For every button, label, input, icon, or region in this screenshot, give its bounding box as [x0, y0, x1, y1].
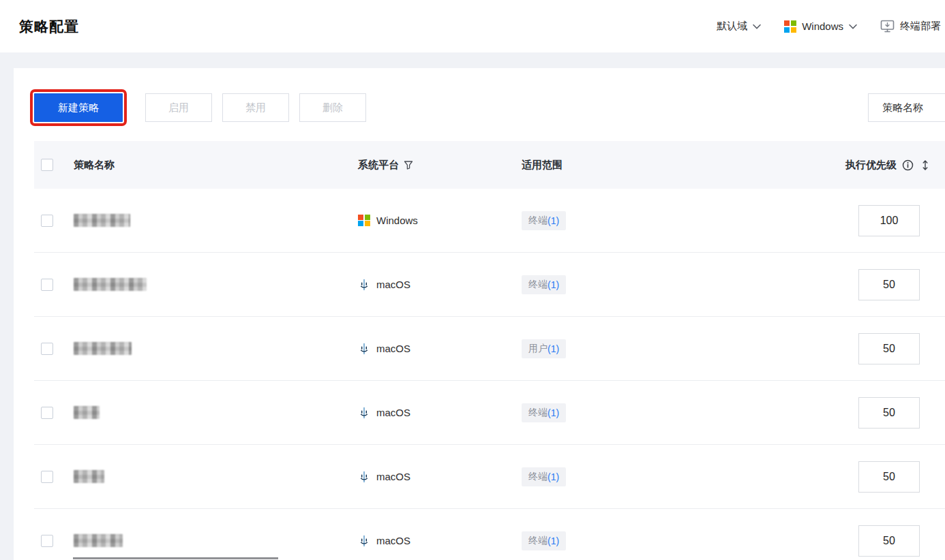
macos-icon	[358, 407, 370, 419]
macos-icon	[358, 535, 370, 547]
platform-name: macOS	[376, 407, 410, 418]
row-checkbox[interactable]	[41, 471, 53, 483]
column-header-priority-label: 执行优先级	[845, 159, 897, 172]
bottom-cutoff-bar	[73, 557, 278, 559]
platform-cell: macOS	[358, 535, 522, 547]
scope-count-link: (1)	[548, 279, 559, 290]
enable-button[interactable]: 启用	[145, 93, 212, 122]
priority-input[interactable]: 50	[858, 525, 920, 557]
platform-cell: macOS	[358, 471, 522, 483]
new-policy-button[interactable]: 新建策略	[34, 93, 123, 122]
macos-icon	[358, 343, 370, 355]
row-checkbox[interactable]	[41, 407, 53, 419]
scope-badge[interactable]: 用户(1)	[522, 339, 566, 358]
topbar-right: 默认域 Windows 终端部署	[717, 20, 941, 33]
disable-button[interactable]: 禁用	[222, 93, 289, 122]
toolbar: 新建策略 启用 禁用 删除	[34, 93, 366, 122]
filter-icon[interactable]	[404, 160, 413, 170]
redacted-policy-name	[74, 342, 132, 355]
platform-name: macOS	[376, 471, 410, 482]
content-card: 新建策略 启用 禁用 删除 策略名称 策略名称 系统平台 适用范围 执行优先级	[14, 68, 945, 560]
platform-name: Windows	[376, 215, 418, 226]
table-row: Windows 终端(1) 100	[34, 189, 945, 253]
policy-name-filter-label: 策略名称	[882, 102, 923, 114]
scope-type: 终端	[528, 471, 548, 483]
platform-selector[interactable]: Windows	[784, 20, 857, 33]
priority-input[interactable]: 50	[858, 333, 920, 364]
windows-logo-icon	[784, 20, 796, 33]
delete-button[interactable]: 删除	[299, 93, 366, 122]
scope-type: 终端	[528, 279, 548, 291]
platform-cell: Windows	[358, 215, 522, 227]
table-row: macOS 终端(1) 50	[34, 253, 945, 317]
scope-count-link: (1)	[548, 535, 559, 546]
column-header-platform: 系统平台	[358, 159, 522, 172]
info-icon[interactable]	[902, 159, 914, 171]
row-checkbox[interactable]	[41, 535, 53, 547]
column-header-name: 策略名称	[74, 159, 358, 172]
redacted-policy-name	[74, 278, 147, 291]
table-row: macOS 终端(1) 50	[34, 509, 945, 560]
platform-cell: macOS	[358, 343, 522, 355]
redacted-policy-name	[74, 470, 104, 483]
priority-input[interactable]: 50	[858, 461, 920, 493]
redacted-policy-name	[74, 406, 100, 419]
scope-count-link: (1)	[548, 407, 559, 418]
scope-badge[interactable]: 终端(1)	[522, 211, 566, 230]
table-body: Windows 终端(1) 100	[34, 189, 945, 560]
domain-selector[interactable]: 默认域	[717, 20, 761, 33]
windows-icon	[358, 215, 370, 227]
platform-label: Windows	[802, 20, 843, 32]
topbar: 策略配置 默认域 Windows 终端部署	[0, 0, 945, 52]
policy-table: 策略名称 系统平台 适用范围 执行优先级	[34, 141, 945, 560]
scope-type: 终端	[528, 215, 548, 227]
scope-badge[interactable]: 终端(1)	[522, 403, 566, 422]
platform-name: macOS	[376, 535, 410, 546]
platform-cell: macOS	[358, 407, 522, 419]
sort-icon[interactable]	[922, 159, 929, 171]
redacted-policy-name	[74, 534, 123, 547]
scope-count-link: (1)	[548, 215, 559, 226]
row-checkbox[interactable]	[41, 343, 53, 355]
row-checkbox[interactable]	[41, 215, 53, 227]
platform-cell: macOS	[358, 279, 522, 291]
scope-type: 终端	[528, 535, 548, 547]
select-all-checkbox[interactable]	[41, 159, 53, 171]
priority-input[interactable]: 50	[858, 397, 920, 429]
priority-input[interactable]: 100	[858, 205, 920, 236]
table-row: macOS 终端(1) 50	[34, 445, 945, 509]
column-header-priority: 执行优先级	[845, 159, 945, 172]
scope-type: 用户	[528, 343, 548, 355]
terminal-deploy-button[interactable]: 终端部署	[880, 20, 941, 33]
macos-icon	[358, 279, 370, 291]
row-checkbox[interactable]	[41, 279, 53, 291]
platform-name: macOS	[376, 279, 410, 290]
priority-input[interactable]: 50	[858, 269, 920, 300]
table-header-row: 策略名称 系统平台 适用范围 执行优先级	[34, 141, 945, 189]
column-header-scope: 适用范围	[522, 159, 825, 172]
scope-badge[interactable]: 终端(1)	[522, 275, 566, 294]
page-title: 策略配置	[19, 17, 79, 36]
column-header-platform-label: 系统平台	[358, 159, 399, 172]
scope-badge[interactable]: 终端(1)	[522, 531, 566, 550]
monitor-download-icon	[880, 20, 895, 33]
redacted-policy-name	[74, 214, 130, 227]
chevron-down-icon	[849, 24, 857, 29]
table-row: macOS 终端(1) 50	[34, 381, 945, 445]
scope-count-link: (1)	[548, 471, 559, 482]
scope-badge[interactable]: 终端(1)	[522, 467, 566, 486]
scope-count-link: (1)	[548, 343, 559, 354]
macos-icon	[358, 471, 370, 483]
domain-label: 默认域	[717, 20, 747, 33]
table-row: macOS 用户(1) 50	[34, 317, 945, 381]
platform-name: macOS	[376, 343, 410, 354]
policy-name-filter-select[interactable]: 策略名称	[868, 93, 945, 122]
terminal-deploy-label: 终端部署	[900, 20, 941, 33]
chevron-down-icon	[753, 24, 761, 29]
scope-type: 终端	[528, 407, 548, 419]
